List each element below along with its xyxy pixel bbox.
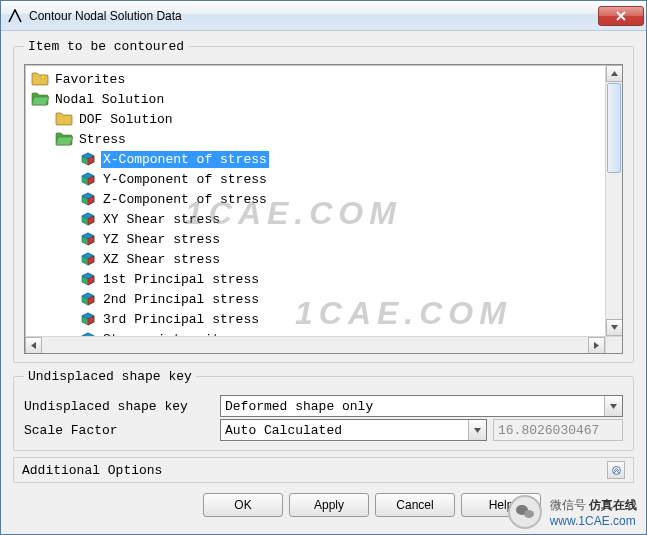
cube-icon — [79, 271, 97, 287]
tree-item[interactable]: 2nd Principal stress — [27, 289, 603, 309]
cube-icon — [79, 211, 97, 227]
cube-icon — [79, 251, 97, 267]
tree-item[interactable]: Y-Component of stress — [27, 169, 603, 189]
dialog-window: Contour Nodal Solution Data Item to be c… — [0, 0, 647, 535]
tree-item[interactable]: XY Shear stress — [27, 209, 603, 229]
cube-icon — [79, 291, 97, 307]
group-legend: Undisplaced shape key — [24, 369, 196, 384]
tree-item[interactable]: 1st Principal stress — [27, 269, 603, 289]
cube-icon — [79, 151, 97, 167]
tree-body: Favorites Nodal Solution DOF Solution St… — [25, 65, 605, 336]
app-icon — [7, 8, 23, 24]
group-legend: Item to be contoured — [24, 39, 188, 54]
shape-key-label: Undisplaced shape key — [24, 399, 214, 414]
scroll-down-button[interactable] — [606, 319, 623, 336]
row-shape-key: Undisplaced shape key Deformed shape onl… — [24, 394, 623, 418]
tree-item-label: XY Shear stress — [101, 211, 222, 228]
vertical-scrollbar[interactable] — [605, 65, 622, 336]
brand-name: 仿真在线 — [589, 498, 637, 512]
tree-item-label: YZ Shear stress — [101, 231, 222, 248]
tree-item-label: DOF Solution — [77, 111, 175, 128]
svg-point-2 — [524, 510, 534, 518]
group-item-to-contour: Item to be contoured Favorites Nodal Sol… — [13, 39, 634, 363]
tree-item[interactable]: 3rd Principal stress — [27, 309, 603, 329]
cancel-button[interactable]: Cancel — [375, 493, 455, 517]
scroll-corner — [605, 336, 622, 353]
folder-fav-icon — [31, 71, 49, 87]
tree-item[interactable]: Nodal Solution — [27, 89, 603, 109]
folder-icon — [55, 111, 73, 127]
tree-item[interactable]: X-Component of stress — [27, 149, 603, 169]
scroll-thumb[interactable] — [607, 83, 621, 173]
scale-factor-label: Scale Factor — [24, 423, 214, 438]
wechat-label: 微信号 — [550, 498, 586, 512]
cube-icon — [79, 231, 97, 247]
close-icon — [616, 11, 626, 21]
tree-item[interactable]: XZ Shear stress — [27, 249, 603, 269]
cube-icon — [79, 311, 97, 327]
tree-item-label: 3rd Principal stress — [101, 311, 261, 328]
footer-url: www.1CAE.com — [550, 514, 637, 528]
chevron-right-icon — [594, 342, 599, 349]
footer-text: 微信号 仿真在线 www.1CAE.com — [550, 497, 637, 528]
close-button[interactable] — [598, 6, 644, 26]
group-undisplaced-shape: Undisplaced shape key Undisplaced shape … — [13, 369, 634, 451]
scroll-left-button[interactable] — [25, 337, 42, 354]
dropdown-button[interactable] — [468, 420, 486, 440]
chevron-up-icon — [611, 71, 618, 76]
tree-item[interactable]: YZ Shear stress — [27, 229, 603, 249]
tree-item[interactable]: DOF Solution — [27, 109, 603, 129]
chevron-down-icon — [610, 404, 617, 409]
tree-item[interactable]: Stress — [27, 129, 603, 149]
tree-item-label: Favorites — [53, 71, 127, 88]
tree-item[interactable]: Stress intensity — [27, 329, 603, 336]
client-area: Item to be contoured Favorites Nodal Sol… — [1, 31, 646, 534]
shape-key-select[interactable]: Deformed shape only — [220, 395, 623, 417]
tree-item-label: Stress — [77, 131, 128, 148]
scale-factor-select[interactable]: Auto Calculated — [220, 419, 487, 441]
horizontal-scrollbar[interactable] — [25, 336, 605, 353]
additional-options-row[interactable]: Additional Options — [13, 457, 634, 483]
titlebar[interactable]: Contour Nodal Solution Data — [1, 1, 646, 31]
scroll-up-button[interactable] — [606, 65, 623, 82]
scale-readonly: 16.8026030467 — [493, 419, 623, 441]
tree-item-label: X-Component of stress — [101, 151, 269, 168]
row-scale-factor: Scale Factor Auto Calculated 16.80260304… — [24, 418, 623, 442]
ok-button[interactable]: OK — [203, 493, 283, 517]
folder-open-icon — [55, 131, 73, 147]
wechat-icon — [508, 495, 542, 529]
expand-icon — [612, 466, 621, 475]
chevron-down-icon — [611, 325, 618, 330]
scroll-right-button[interactable] — [588, 337, 605, 354]
expand-button[interactable] — [607, 461, 625, 479]
tree-item-label: XZ Shear stress — [101, 251, 222, 268]
tree-item-label: Z-Component of stress — [101, 191, 269, 208]
window-title: Contour Nodal Solution Data — [29, 9, 598, 23]
dropdown-button[interactable] — [604, 396, 622, 416]
scale-factor-value: Auto Calculated — [225, 423, 342, 438]
footer-overlay: 微信号 仿真在线 www.1CAE.com — [508, 495, 637, 529]
folder-open-icon — [31, 91, 49, 107]
tree-item-label: 1st Principal stress — [101, 271, 261, 288]
tree-item-label: Y-Component of stress — [101, 171, 269, 188]
cube-icon — [79, 171, 97, 187]
chevron-left-icon — [31, 342, 36, 349]
cube-icon — [79, 191, 97, 207]
tree-item-label: 2nd Principal stress — [101, 291, 261, 308]
tree-item[interactable]: Favorites — [27, 69, 603, 89]
additional-options-label: Additional Options — [22, 463, 162, 478]
chevron-down-icon — [474, 428, 481, 433]
tree-view[interactable]: Favorites Nodal Solution DOF Solution St… — [24, 64, 623, 354]
tree-item-label: Nodal Solution — [53, 91, 166, 108]
apply-button[interactable]: Apply — [289, 493, 369, 517]
shape-key-value: Deformed shape only — [225, 399, 373, 414]
tree-item[interactable]: Z-Component of stress — [27, 189, 603, 209]
